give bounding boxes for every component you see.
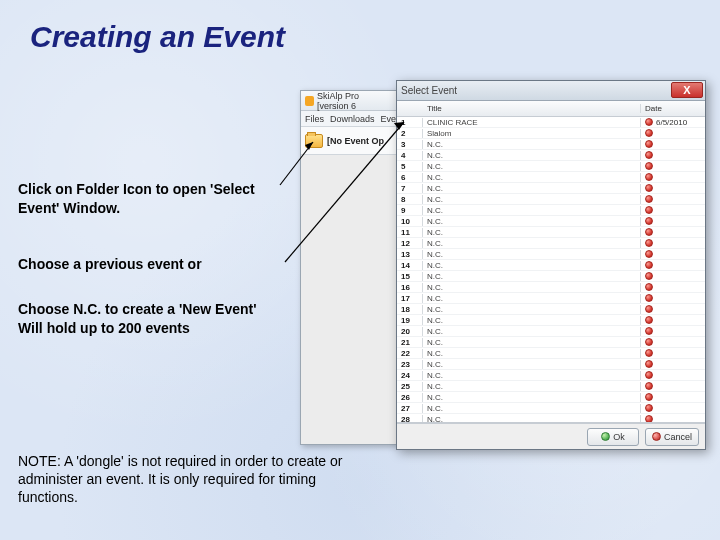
row-title: N.C.	[423, 338, 641, 347]
cancel-x-icon	[652, 432, 661, 441]
table-row[interactable]: 24N.C.	[397, 370, 705, 381]
row-date	[641, 261, 705, 269]
row-title: N.C.	[423, 184, 641, 193]
table-row[interactable]: 1CLINIC RACE6/5/2010	[397, 117, 705, 128]
table-row[interactable]: 18N.C.	[397, 304, 705, 315]
app-titlebar: SkiAlp Pro [version 6	[301, 91, 397, 111]
table-row[interactable]: 10N.C.	[397, 216, 705, 227]
no-event-open-label: [No Event Op	[327, 136, 384, 146]
row-title: N.C.	[423, 239, 641, 248]
table-row[interactable]: 9N.C.	[397, 205, 705, 216]
row-number: 8	[397, 195, 423, 204]
folder-icon[interactable]	[305, 134, 323, 148]
row-date	[641, 151, 705, 159]
row-date	[641, 184, 705, 192]
row-date	[641, 338, 705, 346]
col-date-header: Date	[641, 104, 705, 113]
status-dot-icon	[645, 349, 653, 357]
table-row[interactable]: 28N.C.	[397, 414, 705, 423]
status-dot-icon	[645, 393, 653, 401]
row-date	[641, 393, 705, 401]
row-title: N.C.	[423, 217, 641, 226]
table-row[interactable]: 7N.C.	[397, 183, 705, 194]
status-dot-icon	[645, 415, 653, 423]
table-row[interactable]: 14N.C.	[397, 260, 705, 271]
table-row[interactable]: 5N.C.	[397, 161, 705, 172]
row-title: N.C.	[423, 327, 641, 336]
table-row[interactable]: 22N.C.	[397, 348, 705, 359]
table-row[interactable]: 2Slalom	[397, 128, 705, 139]
row-date	[641, 305, 705, 313]
table-row[interactable]: 12N.C.	[397, 238, 705, 249]
status-dot-icon	[645, 360, 653, 368]
status-dot-icon	[645, 173, 653, 181]
table-row[interactable]: 19N.C.	[397, 315, 705, 326]
row-date	[641, 173, 705, 181]
table-row[interactable]: 20N.C.	[397, 326, 705, 337]
close-button[interactable]: X	[671, 82, 703, 98]
row-number: 22	[397, 349, 423, 358]
table-row[interactable]: 23N.C.	[397, 359, 705, 370]
row-title: CLINIC RACE	[423, 118, 641, 127]
table-row[interactable]: 6N.C.	[397, 172, 705, 183]
row-date	[641, 327, 705, 335]
status-dot-icon	[645, 404, 653, 412]
table-row[interactable]: 16N.C.	[397, 282, 705, 293]
footnote: NOTE: A 'dongle' is not required in orde…	[18, 452, 358, 507]
table-row[interactable]: 11N.C.	[397, 227, 705, 238]
table-row[interactable]: 27N.C.	[397, 403, 705, 414]
row-title: N.C.	[423, 261, 641, 270]
row-date	[641, 250, 705, 258]
table-row[interactable]: 3N.C.	[397, 139, 705, 150]
table-row[interactable]: 21N.C.	[397, 337, 705, 348]
row-title: N.C.	[423, 349, 641, 358]
row-number: 17	[397, 294, 423, 303]
table-row[interactable]: 8N.C.	[397, 194, 705, 205]
row-number: 26	[397, 393, 423, 402]
status-dot-icon	[645, 294, 653, 302]
row-title: N.C.	[423, 228, 641, 237]
row-number: 27	[397, 404, 423, 413]
table-row[interactable]: 4N.C.	[397, 150, 705, 161]
row-date	[641, 272, 705, 280]
menu-files[interactable]: Files	[305, 114, 324, 124]
row-title: N.C.	[423, 404, 641, 413]
menu-events[interactable]: Eve	[381, 114, 397, 124]
table-row[interactable]: 13N.C.	[397, 249, 705, 260]
cancel-button[interactable]: Cancel	[645, 428, 699, 446]
status-dot-icon	[645, 228, 653, 236]
status-dot-icon	[645, 239, 653, 247]
row-number: 10	[397, 217, 423, 226]
row-date	[641, 217, 705, 225]
status-dot-icon	[645, 184, 653, 192]
row-title: N.C.	[423, 272, 641, 281]
table-row[interactable]: 15N.C.	[397, 271, 705, 282]
row-date	[641, 371, 705, 379]
row-number: 12	[397, 239, 423, 248]
row-date	[641, 316, 705, 324]
dialog-footer: Ok Cancel	[397, 423, 705, 449]
select-event-dialog: Select Event X Title Date 1CLINIC RACE6/…	[396, 80, 706, 450]
status-dot-icon	[645, 327, 653, 335]
row-title: N.C.	[423, 360, 641, 369]
status-dot-icon	[645, 140, 653, 148]
status-dot-icon	[645, 118, 653, 126]
row-number: 5	[397, 162, 423, 171]
status-dot-icon	[645, 283, 653, 291]
status-dot-icon	[645, 371, 653, 379]
row-number: 18	[397, 305, 423, 314]
ok-check-icon	[601, 432, 610, 441]
menu-downloads[interactable]: Downloads	[330, 114, 375, 124]
row-date	[641, 404, 705, 412]
row-date	[641, 162, 705, 170]
table-row[interactable]: 17N.C.	[397, 293, 705, 304]
events-header-row: Title Date	[397, 101, 705, 117]
table-row[interactable]: 26N.C.	[397, 392, 705, 403]
row-number: 13	[397, 250, 423, 259]
table-row[interactable]: 25N.C.	[397, 381, 705, 392]
row-date	[641, 294, 705, 302]
row-date: 6/5/2010	[641, 118, 705, 127]
row-number: 7	[397, 184, 423, 193]
ok-button[interactable]: Ok	[587, 428, 639, 446]
row-number: 9	[397, 206, 423, 215]
